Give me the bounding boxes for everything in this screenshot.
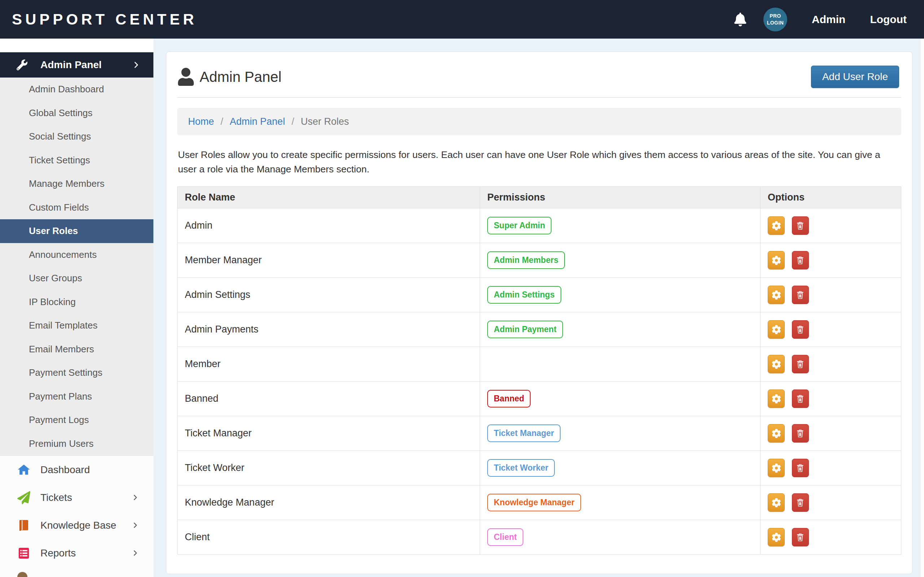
edit-role-button[interactable] xyxy=(768,390,785,408)
trash-icon xyxy=(795,256,805,265)
role-name-cell: Banned xyxy=(178,382,480,416)
gear-icon xyxy=(772,221,781,230)
options-cell xyxy=(761,347,901,382)
column-header-role-name: Role Name xyxy=(178,187,480,208)
delete-role-button[interactable] xyxy=(792,285,809,304)
sidebar-item-knowledge-base[interactable]: Knowledge Base xyxy=(0,511,153,539)
pro-login-badge[interactable]: PRO LOGIN xyxy=(763,8,787,31)
delete-role-button[interactable] xyxy=(792,251,809,269)
gear-icon xyxy=(772,394,781,403)
sidebar-item-admin-dashboard[interactable]: Admin Dashboard xyxy=(0,77,153,102)
role-name-cell: Admin Settings xyxy=(178,278,480,312)
sidebar-item-reports[interactable]: Reports xyxy=(0,539,153,567)
permission-badge: Super Admin xyxy=(487,217,551,234)
sidebar-tickets-label: Tickets xyxy=(40,492,72,503)
sidebar-item-announcements[interactable]: Announcements xyxy=(0,243,153,267)
sidebar-item-ticket-settings[interactable]: Ticket Settings xyxy=(0,148,153,172)
logout-link[interactable]: Logout xyxy=(870,13,907,26)
breadcrumb-separator: / xyxy=(221,116,223,127)
trash-icon xyxy=(795,429,805,438)
delete-role-button[interactable] xyxy=(792,424,809,443)
trash-icon xyxy=(795,463,805,473)
role-name-cell: Member xyxy=(178,347,480,382)
edit-role-button[interactable] xyxy=(768,528,785,546)
edit-role-button[interactable] xyxy=(768,251,785,269)
role-name-cell: Knowledge Manager xyxy=(178,485,480,520)
sidebar-reports-label: Reports xyxy=(40,548,76,559)
user-menu-link[interactable]: Admin xyxy=(812,13,845,26)
sidebar-item-email-templates[interactable]: Email Templates xyxy=(0,314,153,338)
permissions-cell: Admin Settings xyxy=(480,278,761,312)
edit-role-button[interactable] xyxy=(768,424,785,443)
delete-role-button[interactable] xyxy=(792,459,809,477)
permission-badge: Admin Settings xyxy=(487,286,561,304)
sidebar-item-partial[interactable] xyxy=(0,567,153,577)
breadcrumb-home-link[interactable]: Home xyxy=(188,116,214,127)
sidebar-item-global-settings[interactable]: Global Settings xyxy=(0,102,153,125)
edit-role-button[interactable] xyxy=(768,320,785,338)
permission-badge: Ticket Worker xyxy=(487,459,555,477)
breadcrumb-admin-panel-link[interactable]: Admin Panel xyxy=(230,116,285,127)
chevron-right-icon xyxy=(131,494,139,501)
table-row: Member Manager Admin Members xyxy=(178,243,901,278)
delete-role-button[interactable] xyxy=(792,320,809,338)
breadcrumb-current: User Roles xyxy=(300,116,349,127)
sidebar-item-manage-members[interactable]: Manage Members xyxy=(0,172,153,196)
sidebar-item-payment-settings[interactable]: Payment Settings xyxy=(0,361,153,385)
delete-role-button[interactable] xyxy=(792,390,809,408)
sidebar-item-payment-plans[interactable]: Payment Plans xyxy=(0,385,153,409)
user-icon xyxy=(17,572,27,577)
edit-role-button[interactable] xyxy=(768,216,785,235)
scrollbar-track[interactable] xyxy=(921,39,924,577)
sidebar-item-custom-fields[interactable]: Custom Fields xyxy=(0,196,153,220)
sidebar-item-premium-users[interactable]: Premium Users xyxy=(0,432,153,456)
permissions-cell xyxy=(480,347,761,382)
gear-icon xyxy=(772,256,781,265)
sidebar-knowledge-base-label: Knowledge Base xyxy=(40,520,116,531)
user-roles-table: Role Name Permissions Options Admin Supe… xyxy=(177,187,901,554)
permission-badge: Knowledge Manager xyxy=(487,494,581,511)
sidebar-item-ip-blocking[interactable]: IP Blocking xyxy=(0,290,153,314)
table-row: Knowledge Manager Knowledge Manager xyxy=(178,485,901,520)
sidebar-item-dashboard[interactable]: Dashboard xyxy=(0,456,153,484)
gear-icon xyxy=(772,359,781,369)
trash-icon xyxy=(795,498,805,508)
edit-role-button[interactable] xyxy=(768,459,785,477)
edit-role-button[interactable] xyxy=(768,285,785,304)
paper-plane-icon xyxy=(17,491,30,504)
delete-role-button[interactable] xyxy=(792,355,809,373)
person-icon xyxy=(178,68,194,86)
delete-role-button[interactable] xyxy=(792,216,809,235)
add-user-role-button[interactable]: Add User Role xyxy=(811,66,899,88)
options-cell xyxy=(761,243,901,278)
permissions-cell: Client xyxy=(480,520,761,554)
sidebar-item-admin-panel[interactable]: Admin Panel xyxy=(0,52,153,77)
role-name-cell: Ticket Manager xyxy=(178,416,480,451)
edit-role-button[interactable] xyxy=(768,493,785,512)
edit-role-button[interactable] xyxy=(768,355,785,373)
trash-icon xyxy=(795,394,805,403)
gear-icon xyxy=(772,533,781,542)
sidebar-top-strip xyxy=(0,39,153,52)
delete-role-button[interactable] xyxy=(792,528,809,546)
sidebar-item-tickets[interactable]: Tickets xyxy=(0,484,153,511)
sidebar-item-payment-logs[interactable]: Payment Logs xyxy=(0,408,153,432)
permission-badge: Client xyxy=(487,528,523,546)
options-cell xyxy=(761,208,901,243)
column-header-permissions: Permissions xyxy=(480,187,761,208)
sidebar-item-user-roles[interactable]: User Roles xyxy=(0,219,153,243)
sidebar-item-social-settings[interactable]: Social Settings xyxy=(0,125,153,148)
gear-icon xyxy=(772,325,781,334)
gear-icon xyxy=(772,463,781,473)
app-title: SUPPORT CENTER xyxy=(0,11,197,28)
permissions-cell: Ticket Worker xyxy=(480,451,761,485)
delete-role-button[interactable] xyxy=(792,493,809,512)
page-title: Admin Panel xyxy=(200,69,281,85)
sidebar-item-user-groups[interactable]: User Groups xyxy=(0,266,153,290)
notifications-button[interactable] xyxy=(733,13,748,26)
table-row: Ticket Manager Ticket Manager xyxy=(178,416,901,451)
table-row: Admin Payments Admin Payment xyxy=(178,312,901,347)
permissions-cell: Admin Members xyxy=(480,243,761,278)
top-navbar: SUPPORT CENTER PRO LOGIN Admin Logout xyxy=(0,0,924,39)
sidebar-item-email-members[interactable]: Email Members xyxy=(0,338,153,361)
